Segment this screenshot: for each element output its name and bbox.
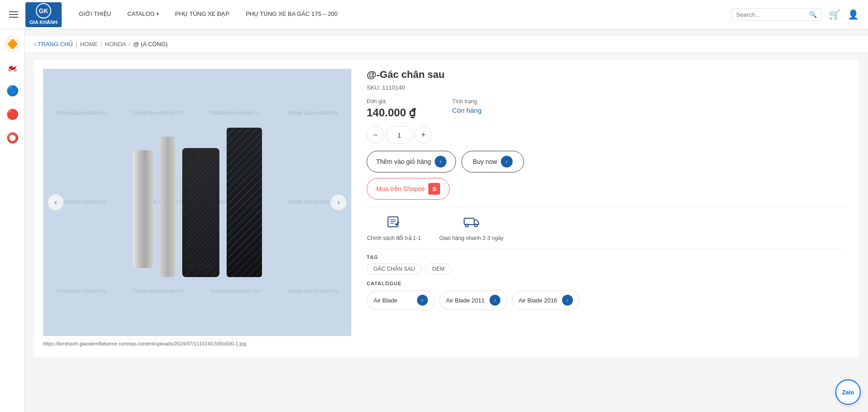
cat-arrow-2: ›: [490, 295, 500, 306]
sidebar-brand-suzuki[interactable]: 🔴: [4, 106, 20, 123]
service-return: Chính sách đổi trả 1-1: [367, 215, 421, 241]
tags-section: TAG GÁC CHÂN SAU OEM: [367, 249, 845, 274]
header-right: 🔍 🛒 👤: [731, 8, 859, 21]
nav-item-gioi-thieu[interactable]: GIỚI THIỆU: [71, 0, 119, 29]
part-3: [182, 148, 219, 277]
buy-now-button[interactable]: Buy now ›: [461, 151, 524, 172]
tags-list: GÁC CHÂN SAU OEM: [367, 263, 845, 274]
service-delivery: Giao hàng nhanh 2-3 ngày: [439, 215, 504, 241]
catalogue-air-blade-2016[interactable]: Air Blade 2016 ›: [512, 291, 580, 310]
cat-arrow-3: ›: [562, 295, 573, 306]
breadcrumb-honda[interactable]: HONDA: [105, 41, 126, 48]
status-column: Tình trạng Còn hàng: [452, 98, 481, 119]
product-sku: SKU: 1110140: [367, 84, 845, 91]
main-nav: GIỚI THIỆU CATALOG ▾ PHỤ TÙNG XE ĐẠP PHỤ…: [71, 0, 346, 29]
add-to-cart-button[interactable]: Thêm vào giỏ hàng ›: [367, 151, 456, 172]
image-area: THÀNH ĐẠI KHÁNH CO. THÀNH ĐẠI KHÁNH CO. …: [43, 69, 351, 348]
logo-text: GIA KHÁNH: [29, 19, 58, 25]
price-status-row: Đơn giá 140.000 ₫ Tình trạng Còn hàng: [367, 98, 845, 119]
breadcrumb-back[interactable]: ‹ TRANG CHỦ: [34, 41, 73, 48]
breadcrumb-sep-1: |: [76, 41, 77, 48]
wm-1: THÀNH ĐẠI KHÁNH CO.: [43, 69, 120, 158]
next-image-button[interactable]: ›: [330, 194, 347, 211]
tag-oem[interactable]: OEM: [425, 263, 451, 274]
catalogue-air-blade-2011[interactable]: Air Blade 2011 ›: [439, 291, 507, 310]
nav-item-catalog[interactable]: CATALOG ▾: [119, 0, 167, 29]
breadcrumb-home[interactable]: HOME: [80, 41, 98, 48]
price-label: Đơn giá: [367, 98, 416, 105]
product-parts-display: [119, 119, 276, 286]
part-3-texture: [182, 148, 219, 277]
hamburger-menu[interactable]: [9, 11, 18, 18]
quantity-row: − 1 +: [367, 126, 845, 144]
catalogue-air-blade[interactable]: Air Blade ›: [367, 291, 435, 310]
delivery-text: Giao hàng nhanh 2-3 ngày: [439, 235, 504, 241]
user-icon[interactable]: 👤: [848, 9, 859, 20]
product-layout: THÀNH ĐẠI KHÁNH CO. THÀNH ĐẠI KHÁNH CO. …: [34, 60, 859, 357]
status-value: Còn hàng: [452, 106, 481, 114]
return-policy-text: Chính sách đổi trả 1-1: [367, 235, 421, 241]
nav-item-phu-tung-xe-ba-gac[interactable]: PHỤ TÙNG XE BA GÁC 175 – 200: [238, 0, 346, 29]
service-row: Chính sách đổi trả 1-1 Giao hàng nhanh 2…: [367, 207, 845, 241]
tags-label: TAG: [367, 254, 845, 260]
catalogue-section: CATALOGUE Air Blade › Air Blade 2011 › A…: [367, 281, 845, 310]
quantity-decrease-button[interactable]: −: [367, 126, 384, 144]
tag-gac-chan-sau[interactable]: GÁC CHÂN SAU: [367, 263, 422, 274]
sidebar-brand-1[interactable]: 🔶: [4, 36, 20, 52]
wm-4: THÀNH ĐẠI KHÁNH CO.: [274, 69, 351, 158]
wm-12: THÀNH ĐẠI KHÁNH CO.: [274, 247, 351, 336]
logo-circle: GK: [36, 3, 51, 19]
quantity-increase-button[interactable]: +: [415, 126, 432, 144]
sidebar-brand-3[interactable]: 🔵: [4, 83, 20, 99]
buy-now-arrow-icon: ›: [501, 156, 513, 168]
product-title: @-Gác chân sau: [367, 69, 845, 81]
logo[interactable]: GK GIA KHÁNH: [25, 2, 62, 27]
breadcrumb: ‹ TRANG CHỦ | HOME / HONDA / @ (A CÔNG): [25, 36, 868, 53]
buy-on-shopee-button[interactable]: Mua trên Shopee S: [367, 178, 450, 200]
left-sidebar: 🔶 🏍 🔵 🔴 ⭕: [0, 29, 25, 364]
breadcrumb-current: @ (A CÔNG): [133, 41, 168, 48]
chevron-down-icon: ▾: [156, 11, 159, 16]
part-2: [160, 137, 175, 277]
catalogue-label: CATALOGUE: [367, 281, 845, 286]
svg-point-5: [466, 224, 468, 227]
shopee-icon: S: [428, 183, 440, 195]
nav-item-phu-tung-xe-dap[interactable]: PHỤ TÙNG XE ĐẠP: [167, 0, 238, 29]
prev-image-button[interactable]: ‹: [48, 194, 64, 211]
sidebar-brand-5[interactable]: ⭕: [4, 130, 20, 146]
svg-point-6: [475, 224, 477, 227]
catalogue-buttons: Air Blade › Air Blade 2011 › Air Blade 2…: [367, 291, 845, 310]
main-image: THÀNH ĐẠI KHÁNH CO. THÀNH ĐẠI KHÁNH CO. …: [43, 69, 351, 336]
search-icon[interactable]: 🔍: [809, 11, 817, 18]
breadcrumb-sep-2: /: [101, 41, 102, 48]
shopee-row: Mua trên Shopee S: [367, 178, 845, 200]
sidebar-brand-honda[interactable]: 🏍: [4, 59, 20, 76]
part-1: [133, 150, 153, 268]
part-4-texture: [227, 128, 262, 277]
price-value: 140.000 ₫: [367, 106, 416, 119]
wm-9: THÀNH ĐẠI KHÁNH CO.: [43, 247, 120, 336]
breadcrumb-sep-3: /: [129, 41, 131, 48]
action-buttons: Thêm vào giỏ hàng › Buy now ›: [367, 151, 845, 172]
header: GK GIA KHÁNH GIỚI THIỆU CATALOG ▾ PHỤ TÙ…: [0, 0, 868, 29]
price-column: Đơn giá 140.000 ₫: [367, 98, 416, 119]
add-cart-arrow-icon: ›: [435, 156, 446, 168]
cart-icon[interactable]: 🛒: [829, 9, 840, 20]
cat-arrow-1: ›: [417, 295, 428, 306]
return-policy-icon: [387, 215, 401, 232]
status-label: Tình trạng: [452, 98, 481, 105]
main-container: ‹ TRANG CHỦ | HOME / HONDA / @ (A CÔNG) …: [25, 29, 868, 364]
delivery-icon: [463, 215, 480, 232]
part-4: [227, 128, 262, 277]
search-input[interactable]: [736, 11, 809, 18]
quantity-display: 1: [386, 126, 413, 144]
product-info: @-Gác chân sau SKU: 1110140 Đơn giá 140.…: [362, 69, 850, 348]
svg-rect-4: [464, 218, 474, 225]
image-url-bar: https://kimthanh.giaodienflatseme.com/wp…: [43, 339, 351, 348]
search-box: 🔍: [731, 8, 822, 21]
